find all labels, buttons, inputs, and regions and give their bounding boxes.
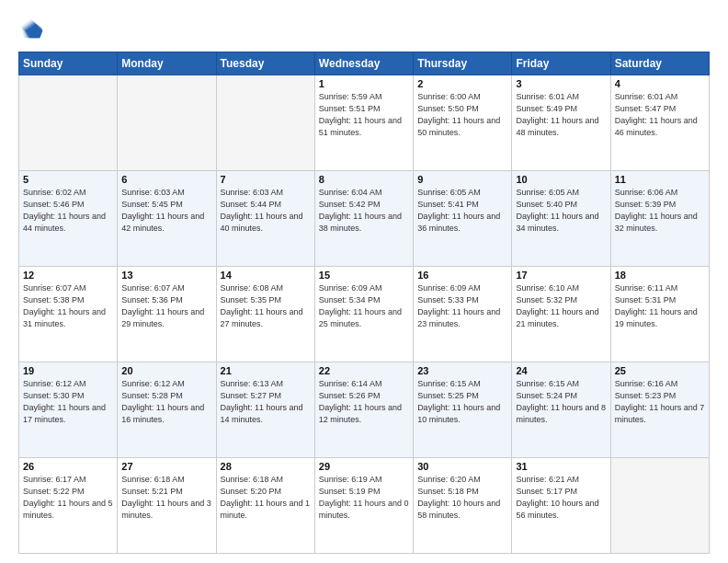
day-info: Sunrise: 6:05 AM Sunset: 5:40 PM Dayligh… bbox=[516, 187, 606, 235]
day-cell: 24Sunrise: 6:15 AM Sunset: 5:24 PM Dayli… bbox=[512, 362, 610, 458]
day-cell: 20Sunrise: 6:12 AM Sunset: 5:28 PM Dayli… bbox=[118, 362, 216, 458]
day-info: Sunrise: 6:02 AM Sunset: 5:46 PM Dayligh… bbox=[23, 187, 113, 235]
day-number: 17 bbox=[516, 270, 606, 281]
day-info: Sunrise: 6:04 AM Sunset: 5:42 PM Dayligh… bbox=[319, 187, 409, 235]
day-number: 16 bbox=[417, 270, 507, 281]
calendar-table: SundayMondayTuesdayWednesdayThursdayFrid… bbox=[18, 52, 710, 554]
day-number: 19 bbox=[23, 365, 113, 376]
day-info: Sunrise: 6:14 AM Sunset: 5:26 PM Dayligh… bbox=[319, 378, 409, 426]
day-info: Sunrise: 6:12 AM Sunset: 5:28 PM Dayligh… bbox=[121, 378, 211, 426]
day-number: 3 bbox=[516, 78, 606, 89]
day-number: 6 bbox=[121, 174, 211, 185]
day-cell: 29Sunrise: 6:19 AM Sunset: 5:19 PM Dayli… bbox=[314, 458, 413, 554]
day-number: 31 bbox=[516, 461, 606, 472]
weekday-header-sunday: Sunday bbox=[19, 52, 118, 75]
day-cell: 26Sunrise: 6:17 AM Sunset: 5:22 PM Dayli… bbox=[19, 458, 118, 554]
day-cell: 31Sunrise: 6:21 AM Sunset: 5:17 PM Dayli… bbox=[512, 458, 610, 554]
day-info: Sunrise: 6:12 AM Sunset: 5:30 PM Dayligh… bbox=[23, 378, 113, 426]
day-info: Sunrise: 6:09 AM Sunset: 5:34 PM Dayligh… bbox=[319, 282, 409, 330]
day-number: 18 bbox=[615, 270, 705, 281]
day-cell: 4Sunrise: 6:01 AM Sunset: 5:47 PM Daylig… bbox=[610, 75, 709, 171]
day-info: Sunrise: 6:15 AM Sunset: 5:25 PM Dayligh… bbox=[417, 378, 507, 426]
day-cell: 15Sunrise: 6:09 AM Sunset: 5:34 PM Dayli… bbox=[314, 267, 413, 362]
day-cell: 22Sunrise: 6:14 AM Sunset: 5:26 PM Dayli… bbox=[314, 362, 413, 458]
day-number: 20 bbox=[121, 365, 211, 376]
day-number: 10 bbox=[516, 174, 606, 185]
day-info: Sunrise: 6:08 AM Sunset: 5:35 PM Dayligh… bbox=[221, 282, 311, 330]
weekday-header-wednesday: Wednesday bbox=[314, 52, 413, 75]
day-cell: 1Sunrise: 5:59 AM Sunset: 5:51 PM Daylig… bbox=[314, 75, 413, 171]
day-info: Sunrise: 6:21 AM Sunset: 5:17 PM Dayligh… bbox=[516, 474, 606, 522]
day-number: 4 bbox=[615, 78, 705, 89]
day-cell bbox=[19, 75, 118, 171]
day-cell: 7Sunrise: 6:03 AM Sunset: 5:44 PM Daylig… bbox=[216, 171, 314, 267]
logo bbox=[18, 17, 48, 42]
day-cell: 10Sunrise: 6:05 AM Sunset: 5:40 PM Dayli… bbox=[512, 171, 610, 267]
day-info: Sunrise: 6:19 AM Sunset: 5:19 PM Dayligh… bbox=[319, 474, 409, 522]
day-number: 22 bbox=[319, 365, 409, 376]
day-cell: 6Sunrise: 6:03 AM Sunset: 5:45 PM Daylig… bbox=[118, 171, 216, 267]
day-info: Sunrise: 6:03 AM Sunset: 5:45 PM Dayligh… bbox=[121, 187, 211, 235]
day-info: Sunrise: 6:13 AM Sunset: 5:27 PM Dayligh… bbox=[221, 378, 311, 426]
weekday-header-tuesday: Tuesday bbox=[216, 52, 314, 75]
day-cell: 23Sunrise: 6:15 AM Sunset: 5:25 PM Dayli… bbox=[414, 362, 512, 458]
day-cell: 21Sunrise: 6:13 AM Sunset: 5:27 PM Dayli… bbox=[216, 362, 314, 458]
day-number: 21 bbox=[221, 365, 311, 376]
day-number: 26 bbox=[23, 461, 113, 472]
day-number: 8 bbox=[319, 174, 409, 185]
day-cell bbox=[216, 75, 314, 171]
day-info: Sunrise: 6:07 AM Sunset: 5:38 PM Dayligh… bbox=[23, 282, 113, 330]
logo-icon bbox=[18, 17, 44, 42]
day-number: 24 bbox=[516, 365, 606, 376]
day-number: 25 bbox=[615, 365, 705, 376]
day-cell bbox=[610, 458, 709, 554]
day-info: Sunrise: 6:18 AM Sunset: 5:21 PM Dayligh… bbox=[121, 474, 211, 522]
day-cell: 27Sunrise: 6:18 AM Sunset: 5:21 PM Dayli… bbox=[118, 458, 216, 554]
day-info: Sunrise: 6:10 AM Sunset: 5:32 PM Dayligh… bbox=[516, 282, 606, 330]
day-info: Sunrise: 6:05 AM Sunset: 5:41 PM Dayligh… bbox=[417, 187, 507, 235]
weekday-header-monday: Monday bbox=[118, 52, 216, 75]
day-number: 5 bbox=[23, 174, 113, 185]
page: SundayMondayTuesdayWednesdayThursdayFrid… bbox=[0, 0, 728, 563]
day-info: Sunrise: 5:59 AM Sunset: 5:51 PM Dayligh… bbox=[319, 91, 409, 139]
day-number: 13 bbox=[121, 270, 211, 281]
day-cell: 8Sunrise: 6:04 AM Sunset: 5:42 PM Daylig… bbox=[314, 171, 413, 267]
day-number: 9 bbox=[417, 174, 507, 185]
header bbox=[18, 17, 710, 42]
week-row-3: 12Sunrise: 6:07 AM Sunset: 5:38 PM Dayli… bbox=[19, 267, 710, 362]
day-number: 1 bbox=[319, 78, 409, 89]
day-info: Sunrise: 6:07 AM Sunset: 5:36 PM Dayligh… bbox=[121, 282, 211, 330]
day-cell: 5Sunrise: 6:02 AM Sunset: 5:46 PM Daylig… bbox=[19, 171, 118, 267]
day-number: 14 bbox=[221, 270, 311, 281]
day-number: 23 bbox=[417, 365, 507, 376]
week-row-4: 19Sunrise: 6:12 AM Sunset: 5:30 PM Dayli… bbox=[19, 362, 710, 458]
day-info: Sunrise: 6:18 AM Sunset: 5:20 PM Dayligh… bbox=[221, 474, 311, 522]
day-number: 28 bbox=[221, 461, 311, 472]
day-number: 11 bbox=[615, 174, 705, 185]
day-cell: 12Sunrise: 6:07 AM Sunset: 5:38 PM Dayli… bbox=[19, 267, 118, 362]
day-cell: 16Sunrise: 6:09 AM Sunset: 5:33 PM Dayli… bbox=[414, 267, 512, 362]
day-info: Sunrise: 6:09 AM Sunset: 5:33 PM Dayligh… bbox=[417, 282, 507, 330]
day-info: Sunrise: 6:06 AM Sunset: 5:39 PM Dayligh… bbox=[615, 187, 705, 235]
day-cell: 14Sunrise: 6:08 AM Sunset: 5:35 PM Dayli… bbox=[216, 267, 314, 362]
day-number: 7 bbox=[221, 174, 311, 185]
day-number: 2 bbox=[417, 78, 507, 89]
day-number: 15 bbox=[319, 270, 409, 281]
day-info: Sunrise: 6:01 AM Sunset: 5:47 PM Dayligh… bbox=[615, 91, 705, 139]
day-info: Sunrise: 6:20 AM Sunset: 5:18 PM Dayligh… bbox=[417, 474, 507, 522]
day-cell bbox=[118, 75, 216, 171]
day-number: 27 bbox=[121, 461, 211, 472]
day-cell: 19Sunrise: 6:12 AM Sunset: 5:30 PM Dayli… bbox=[19, 362, 118, 458]
day-cell: 13Sunrise: 6:07 AM Sunset: 5:36 PM Dayli… bbox=[118, 267, 216, 362]
day-info: Sunrise: 6:15 AM Sunset: 5:24 PM Dayligh… bbox=[516, 378, 606, 426]
day-cell: 18Sunrise: 6:11 AM Sunset: 5:31 PM Dayli… bbox=[610, 267, 709, 362]
day-info: Sunrise: 6:03 AM Sunset: 5:44 PM Dayligh… bbox=[221, 187, 311, 235]
day-cell: 9Sunrise: 6:05 AM Sunset: 5:41 PM Daylig… bbox=[414, 171, 512, 267]
day-cell: 17Sunrise: 6:10 AM Sunset: 5:32 PM Dayli… bbox=[512, 267, 610, 362]
day-info: Sunrise: 6:17 AM Sunset: 5:22 PM Dayligh… bbox=[23, 474, 113, 522]
day-cell: 28Sunrise: 6:18 AM Sunset: 5:20 PM Dayli… bbox=[216, 458, 314, 554]
day-cell: 2Sunrise: 6:00 AM Sunset: 5:50 PM Daylig… bbox=[414, 75, 512, 171]
day-info: Sunrise: 6:00 AM Sunset: 5:50 PM Dayligh… bbox=[417, 91, 507, 139]
weekday-header-saturday: Saturday bbox=[610, 52, 709, 75]
day-info: Sunrise: 6:16 AM Sunset: 5:23 PM Dayligh… bbox=[615, 378, 705, 426]
